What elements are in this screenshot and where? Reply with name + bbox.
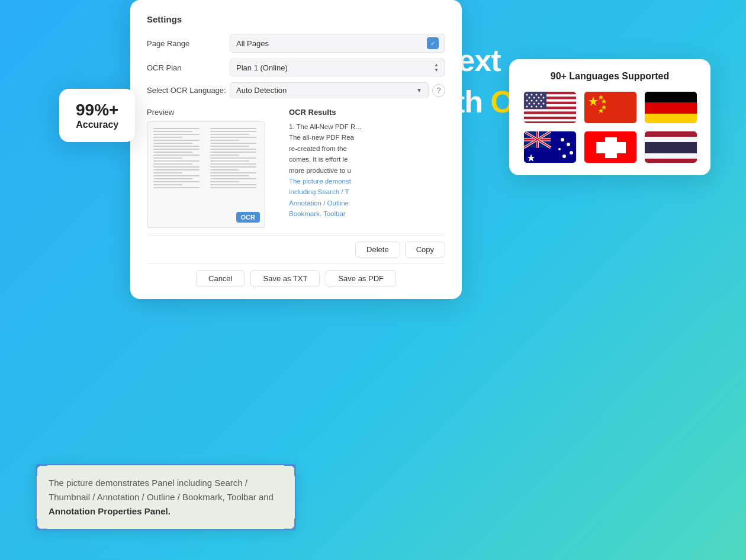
- flag-de-gold: [645, 114, 697, 124]
- svg-rect-19: [524, 112, 577, 114]
- doc-line: [153, 152, 192, 153]
- doc-line: [210, 131, 256, 132]
- svg-point-26: [531, 94, 533, 96]
- ocr-result-line2: The all-new PDF Rea: [289, 134, 354, 141]
- doc-line: [210, 128, 256, 129]
- flag-de-red: [645, 102, 697, 113]
- svg-rect-22: [524, 119, 577, 121]
- us-flag-svg: [524, 92, 577, 124]
- ocr-result-line4: comes. It is effort le: [289, 156, 348, 163]
- flag-th-white1: [645, 137, 697, 142]
- svg-point-31: [538, 97, 540, 99]
- ocr-plan-select[interactable]: Plan 1 (Online) ▲▼: [230, 59, 445, 76]
- flag-th: [644, 131, 697, 163]
- ocr-results-text[interactable]: 1. The All-New PDF R... The all-new PDF …: [289, 121, 445, 216]
- delete-button[interactable]: Delete: [355, 242, 400, 258]
- preview-right: OCR Results 1. The All-New PDF R... The …: [289, 108, 445, 228]
- cancel-button[interactable]: Cancel: [196, 270, 245, 287]
- preview-document: OCR: [147, 121, 265, 228]
- ocr-result-line5: more productive to u: [289, 167, 351, 174]
- page-range-select[interactable]: All Pages ✓: [230, 34, 445, 53]
- doc-line: [210, 163, 256, 165]
- cn-flag-svg: [584, 92, 637, 124]
- svg-point-64: [570, 151, 573, 155]
- doc-line: [210, 134, 249, 135]
- doc-line: [210, 172, 256, 173]
- doc-line: [153, 134, 200, 135]
- doc-line: [210, 166, 256, 168]
- save-txt-button[interactable]: Save as TXT: [250, 270, 320, 287]
- doc-line: [210, 146, 249, 147]
- doc-line: [210, 175, 249, 176]
- doc-line: [153, 163, 192, 165]
- help-button[interactable]: ?: [432, 84, 445, 97]
- doc-line: [153, 131, 192, 132]
- svg-rect-23: [524, 121, 577, 124]
- ocr-result-line3: re-created from the: [289, 145, 347, 152]
- doc-line: [210, 181, 239, 182]
- languages-title: 90+ Languages Supported: [523, 71, 696, 82]
- doc-line: [210, 169, 239, 170]
- ocr-lang-row: Select OCR Language: Auto Detection ▼ ?: [147, 82, 445, 98]
- flag-us: [523, 91, 577, 124]
- ocr-lang-select[interactable]: Auto Detection ▼: [230, 82, 429, 98]
- svg-point-37: [529, 103, 530, 105]
- svg-point-29: [529, 97, 530, 99]
- ocr-plan-row: OCR Plan Plan 1 (Online) ▲▼: [147, 59, 445, 76]
- save-pdf-button[interactable]: Save as PDF: [326, 270, 396, 287]
- doc-line: [153, 184, 182, 185]
- page-range-value: All Pages: [236, 39, 427, 48]
- flags-grid: [523, 91, 696, 163]
- svg-point-63: [567, 143, 570, 146]
- accuracy-badge: 99%+ Accuracy: [59, 89, 135, 142]
- doc-line: [210, 178, 256, 179]
- flag-th-red2: [645, 159, 697, 163]
- svg-point-42: [531, 106, 533, 108]
- doc-line: [210, 184, 256, 185]
- doc-line: [210, 155, 239, 156]
- ch-flag-svg: [584, 131, 637, 163]
- svg-point-27: [536, 94, 538, 96]
- svg-point-40: [543, 103, 545, 105]
- page-range-arrow: ✓: [427, 37, 439, 49]
- preview-section: Preview: [147, 108, 445, 228]
- ocr-result-line1: 1. The All-New PDF R...: [289, 123, 361, 130]
- flag-de: [644, 91, 697, 124]
- doc-line: [153, 160, 200, 162]
- page-range-label: Page Range: [147, 39, 230, 48]
- action-row: Delete Copy: [147, 235, 445, 258]
- ocr-text-bold: Annotation Properties Panel.: [49, 506, 171, 516]
- corner-br: [284, 519, 296, 530]
- copy-button[interactable]: Copy: [405, 242, 445, 258]
- svg-point-39: [538, 103, 540, 105]
- svg-point-34: [531, 100, 533, 102]
- doc-line: [210, 140, 239, 141]
- doc-line: [153, 187, 200, 188]
- flag-th-white2: [645, 153, 697, 159]
- settings-panel: Settings Page Range All Pages ✓ OCR Plan…: [130, 0, 462, 299]
- svg-point-30: [533, 97, 535, 99]
- svg-rect-69: [596, 142, 626, 153]
- svg-point-62: [561, 138, 564, 141]
- doc-line: [210, 137, 256, 138]
- ocr-lang-label: Select OCR Language:: [147, 86, 230, 95]
- svg-point-65: [562, 155, 566, 158]
- ocr-plan-value: Plan 1 (Online): [236, 63, 432, 72]
- doc-line: [153, 155, 200, 156]
- corner-tl: [36, 464, 47, 476]
- doc-line: [210, 152, 256, 153]
- doc-line: [153, 128, 200, 129]
- ocr-result-line6: The picture demonst: [289, 178, 351, 185]
- doc-line: [153, 146, 200, 147]
- ocr-result-line7: including Search / T: [289, 188, 349, 195]
- svg-rect-18: [524, 109, 577, 111]
- ocr-plan-arrows: ▲▼: [434, 62, 439, 73]
- accuracy-label: Accuracy: [76, 120, 118, 130]
- doc-line: [153, 149, 200, 150]
- svg-point-25: [526, 94, 528, 96]
- flag-ch: [584, 131, 637, 163]
- doc-line: [153, 157, 182, 159]
- preview-label: Preview: [147, 108, 277, 117]
- bottom-row: Cancel Save as TXT Save as PDF: [147, 263, 445, 287]
- doc-line: [210, 187, 256, 188]
